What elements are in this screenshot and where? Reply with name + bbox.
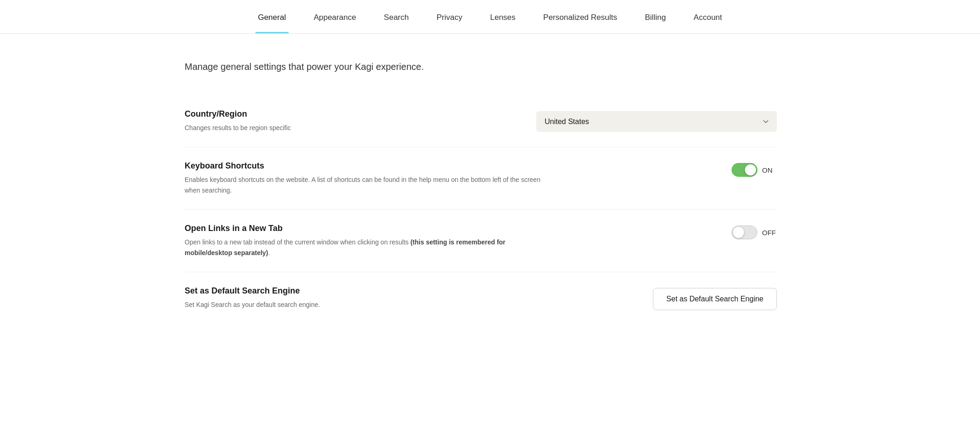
tab-appearance[interactable]: Appearance: [300, 0, 370, 33]
open-links-toggle-label: OFF: [762, 229, 777, 237]
setting-desc-open-links-plain: Open links to a new tab instead of the c…: [185, 238, 410, 246]
setting-left-keyboard: Keyboard Shortcuts Enables keyboard shor…: [185, 161, 546, 195]
setting-right-country: United States United Kingdom Canada Aust…: [536, 109, 777, 132]
tab-personalized-results[interactable]: Personalized Results: [529, 0, 631, 33]
tab-privacy[interactable]: Privacy: [422, 0, 476, 33]
nav-bar: General Appearance Search Privacy Lenses…: [0, 0, 980, 34]
setting-right-open-links: OFF: [732, 224, 777, 239]
country-region-select[interactable]: United States United Kingdom Canada Aust…: [536, 111, 777, 132]
setting-desc-keyboard: Enables keyboard shortcuts on the websit…: [185, 175, 546, 195]
setting-row-keyboard-shortcuts: Keyboard Shortcuts Enables keyboard shor…: [185, 147, 777, 210]
setting-right-default-search: Set as Default Search Engine: [653, 286, 777, 310]
open-links-toggle-thumb: [733, 227, 744, 238]
setting-row-default-search: Set as Default Search Engine Set Kagi Se…: [185, 272, 777, 324]
setting-left-default-search: Set as Default Search Engine Set Kagi Se…: [185, 286, 546, 310]
setting-left-country: Country/Region Changes results to be reg…: [185, 109, 518, 133]
tab-lenses[interactable]: Lenses: [476, 0, 529, 33]
tab-billing[interactable]: Billing: [631, 0, 680, 33]
keyboard-shortcuts-toggle-wrapper: ON: [732, 163, 777, 177]
setting-title-country: Country/Region: [185, 109, 518, 119]
set-default-search-button[interactable]: Set as Default Search Engine: [653, 288, 777, 310]
keyboard-shortcuts-toggle[interactable]: [732, 163, 757, 177]
setting-row-open-links: Open Links in a New Tab Open links to a …: [185, 210, 777, 272]
open-links-toggle[interactable]: [732, 225, 757, 239]
setting-desc-country: Changes results to be region specific: [185, 123, 518, 133]
setting-row-country-region: Country/Region Changes results to be reg…: [185, 95, 777, 147]
page-description: Manage general settings that power your …: [185, 62, 777, 72]
tab-search[interactable]: Search: [370, 0, 423, 33]
keyboard-toggle-label: ON: [762, 166, 777, 174]
open-links-toggle-wrapper: OFF: [732, 225, 777, 239]
tab-general[interactable]: General: [244, 0, 299, 33]
setting-left-open-links: Open Links in a New Tab Open links to a …: [185, 224, 546, 258]
tab-account[interactable]: Account: [680, 0, 736, 33]
setting-desc-open-links-end: .: [268, 249, 270, 256]
setting-title-default-search: Set as Default Search Engine: [185, 286, 546, 296]
setting-right-keyboard: ON: [732, 161, 777, 177]
setting-desc-default-search: Set Kagi Search as your default search e…: [185, 300, 546, 310]
setting-title-keyboard: Keyboard Shortcuts: [185, 161, 546, 171]
main-content: Manage general settings that power your …: [166, 34, 814, 352]
setting-desc-open-links: Open links to a new tab instead of the c…: [185, 237, 546, 258]
setting-title-open-links: Open Links in a New Tab: [185, 224, 546, 233]
